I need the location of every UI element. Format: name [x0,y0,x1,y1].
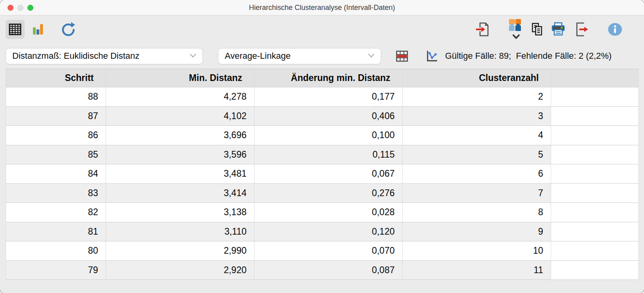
plugins-menu-button[interactable] [508,18,524,41]
chevron-down-icon [512,32,521,41]
cell-clusteranzahl: 11 [403,260,551,280]
cell-filler [551,222,639,241]
info-button[interactable] [607,23,623,36]
cell-schritt: 85 [6,145,106,164]
chevron-down-icon [189,53,197,59]
cell-min-distanz: 3,138 [106,203,255,222]
cell-aenderung: 0,276 [255,183,403,203]
distance-measure-select[interactable]: Distanzmaß: Euklidische Distanz [6,48,203,64]
cluster-steps-table: Schritt Min. Distanz Änderung min. Dista… [6,69,639,280]
toolbar-right-group [475,18,623,41]
cell-schritt: 81 [6,222,106,241]
print-button[interactable] [550,21,566,37]
header-aenderung[interactable]: Änderung min. Distanz [255,69,403,87]
cell-clusteranzahl: 8 [403,203,551,222]
cell-schritt: 86 [6,126,106,145]
table-body: 88 4,278 0,177 2 87 4,102 0,406 3 86 3,6… [6,87,639,280]
distance-measure-value: Distanzmaß: Euklidische Distanz [12,51,139,61]
cell-aenderung: 0,120 [255,222,403,241]
close-button[interactable] [8,5,13,11]
cell-aenderung: 0,067 [255,164,403,184]
table-row[interactable]: 79 2,920 0,087 11 [6,260,639,280]
cell-clusteranzahl: 10 [403,241,551,261]
cases-status-text: Gültige Fälle: 89; Fehlende Fälle: 2 (2,… [445,51,611,61]
cell-min-distanz: 3,696 [106,126,255,145]
cell-aenderung: 0,087 [255,260,403,280]
export-button[interactable] [574,21,589,37]
traffic-lights [8,0,33,15]
chart-view-icon [31,22,45,37]
cell-min-distanz: 4,278 [106,87,255,107]
table-row[interactable]: 81 3,110 0,120 9 [6,222,639,241]
cell-aenderung: 0,028 [255,203,403,222]
cell-clusteranzahl: 5 [403,145,551,164]
table-row[interactable]: 85 3,596 0,115 5 [6,145,639,164]
table-row[interactable]: 84 3,481 0,067 6 [6,164,639,184]
zoom-button[interactable] [27,5,33,11]
cell-filler [551,183,639,203]
cell-filler [551,164,639,184]
cell-aenderung: 0,177 [255,87,403,107]
import-button[interactable] [475,21,490,37]
cell-aenderung: 0,100 [255,126,403,145]
header-clusteranzahl[interactable]: Clusteranzahl [403,69,551,87]
app-window: Hierarchische Clusteranalyse (Intervall-… [0,0,644,293]
cell-filler [551,126,639,145]
import-document-icon [475,21,490,37]
titlebar: Hierarchische Clusteranalyse (Intervall-… [0,0,644,15]
cell-schritt: 83 [6,183,106,203]
header-filler [551,69,639,87]
copy-icon [530,22,545,37]
linkage-method-value: Average-Linkage [225,51,291,61]
table-row[interactable]: 88 4,278 0,177 2 [6,87,639,107]
results-table-container: Schritt Min. Distanz Änderung min. Dista… [6,69,638,280]
cell-clusteranzahl: 9 [403,222,551,241]
table-row[interactable]: 80 2,990 0,070 10 [6,241,639,261]
minimize-button[interactable] [17,5,23,11]
cell-min-distanz: 2,920 [106,260,255,280]
print-icon [550,21,566,37]
toolbar-left-group [6,20,78,39]
cell-filler [551,241,639,261]
table-row[interactable]: 83 3,414 0,276 7 [6,183,639,203]
cell-min-distanz: 3,414 [106,183,255,203]
cell-aenderung: 0,070 [255,241,403,261]
highlight-row-table-button[interactable] [396,50,408,62]
window-title: Hierarchische Clusteranalyse (Intervall-… [0,4,644,12]
cell-aenderung: 0,115 [255,145,403,164]
cell-filler [551,106,639,126]
cell-aenderung: 0,406 [255,106,403,126]
info-icon [607,23,623,36]
cell-clusteranzahl: 4 [403,126,551,145]
refresh-icon [60,21,77,38]
cell-schritt: 87 [6,106,106,126]
table-row[interactable]: 87 4,102 0,406 3 [6,106,639,126]
refresh-button[interactable] [59,20,78,39]
line-chart-button[interactable] [425,49,439,63]
header-min-distanz[interactable]: Min. Distanz [106,69,255,87]
table-view-icon [8,22,22,37]
cell-schritt: 88 [6,87,106,107]
line-chart-icon [425,49,439,63]
table-row[interactable]: 86 3,696 0,100 4 [6,126,639,145]
table-row[interactable]: 82 3,138 0,028 8 [6,203,639,222]
chart-view-button[interactable] [29,20,47,39]
cell-min-distanz: 3,481 [106,164,255,184]
highlight-row-table-icon [396,50,408,62]
cell-clusteranzahl: 6 [403,164,551,184]
export-document-icon [574,21,589,37]
cell-schritt: 79 [6,260,106,280]
cell-filler [551,87,639,107]
cell-schritt: 84 [6,164,106,184]
copy-button[interactable] [530,22,545,37]
header-schritt[interactable]: Schritt [6,69,106,87]
cell-schritt: 80 [6,241,106,261]
puzzle-plugins-icon [508,18,522,32]
cell-clusteranzahl: 3 [403,106,551,126]
table-view-button[interactable] [6,20,25,39]
cell-clusteranzahl: 7 [403,183,551,203]
linkage-method-select[interactable]: Average-Linkage [218,48,381,64]
cell-schritt: 82 [6,203,106,222]
toolbar [0,15,644,43]
cell-min-distanz: 2,990 [106,241,255,261]
